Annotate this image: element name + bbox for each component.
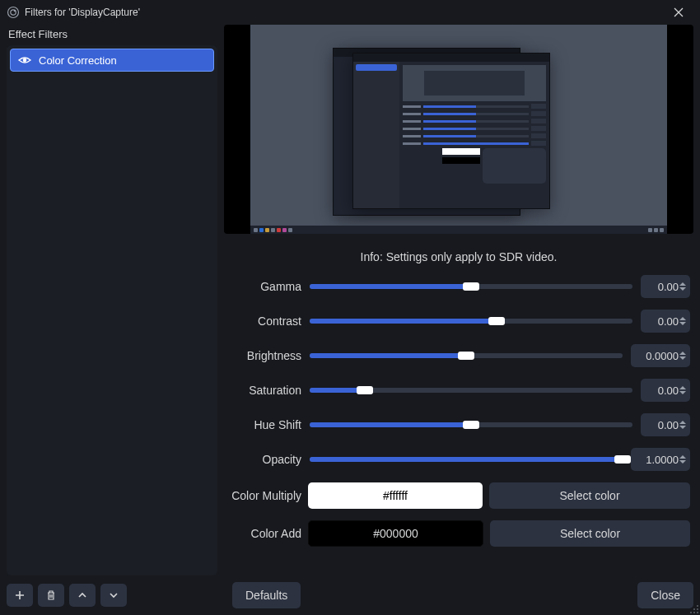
opacity-value: 1.0000	[646, 454, 679, 466]
saturation-label: Saturation	[227, 384, 301, 397]
info-text: Info: Settings only apply to SDR video.	[224, 234, 693, 275]
filter-item-label: Color Correction	[39, 54, 117, 67]
hue-shift-slider[interactable]	[310, 422, 632, 427]
defaults-button[interactable]: Defaults	[232, 582, 301, 608]
opacity-label: Opacity	[227, 453, 301, 466]
contrast-label: Contrast	[227, 314, 301, 328]
gamma-slider[interactable]	[310, 284, 632, 289]
color-multiply-swatch[interactable]: #ffffff	[308, 482, 483, 509]
filter-list[interactable]: Color Correction	[7, 45, 217, 575]
effect-filters-header: Effect Filters	[7, 25, 217, 45]
plus-icon	[14, 589, 26, 601]
contrast-spinbox[interactable]: 0.00	[641, 310, 690, 333]
window-close-button[interactable]	[662, 1, 695, 24]
hue-shift-label: Hue Shift	[227, 418, 301, 431]
color-add-swatch[interactable]: #000000	[308, 520, 483, 547]
contrast-slider[interactable]	[310, 319, 632, 324]
opacity-slider[interactable]	[310, 457, 623, 462]
add-filter-button[interactable]	[7, 584, 33, 607]
saturation-spinbox[interactable]: 0.00	[641, 379, 690, 402]
gamma-label: Gamma	[227, 280, 301, 293]
color-multiply-label: Color Multiply	[227, 489, 301, 502]
brightness-spinbox[interactable]: 0.0000	[631, 344, 690, 367]
saturation-slider[interactable]	[310, 388, 632, 393]
svg-point-0	[8, 7, 19, 18]
close-button[interactable]: Close	[637, 582, 693, 608]
opacity-spinbox[interactable]: 1.0000	[631, 448, 690, 471]
contrast-value: 0.00	[658, 315, 679, 328]
svg-point-3	[23, 58, 27, 63]
hue-shift-value: 0.00	[658, 419, 679, 431]
color-multiply-hex: #ffffff	[383, 489, 408, 502]
gamma-spinbox[interactable]: 0.00	[641, 275, 690, 298]
saturation-value: 0.00	[658, 384, 679, 397]
filter-preview	[224, 25, 693, 234]
visibility-toggle-icon[interactable]	[17, 53, 32, 68]
window-title: Filters for 'DisplayCapture'	[25, 7, 662, 18]
titlebar: Filters for 'DisplayCapture'	[0, 0, 700, 25]
color-add-label: Color Add	[227, 527, 301, 540]
chevron-down-icon	[108, 589, 119, 601]
svg-point-2	[14, 10, 16, 12]
color-add-select-button[interactable]: Select color	[490, 520, 690, 547]
brightness-slider[interactable]	[310, 353, 623, 358]
obs-logo-icon	[7, 6, 20, 19]
preview-fg-window	[352, 53, 550, 209]
move-up-button[interactable]	[69, 584, 96, 607]
color-multiply-select-button[interactable]: Select color	[489, 482, 690, 509]
hue-shift-spinbox[interactable]: 0.00	[641, 413, 690, 436]
trash-icon	[45, 589, 57, 601]
gamma-value: 0.00	[658, 281, 679, 293]
chevron-up-icon	[77, 589, 88, 601]
move-down-button[interactable]	[100, 584, 127, 607]
resize-grip[interactable]	[688, 603, 698, 613]
close-icon	[674, 7, 684, 17]
delete-filter-button[interactable]	[38, 584, 64, 607]
brightness-value: 0.0000	[646, 350, 679, 362]
brightness-label: Brightness	[227, 349, 301, 362]
color-add-hex: #000000	[373, 527, 418, 540]
filter-item-color-correction[interactable]: Color Correction	[10, 49, 214, 72]
